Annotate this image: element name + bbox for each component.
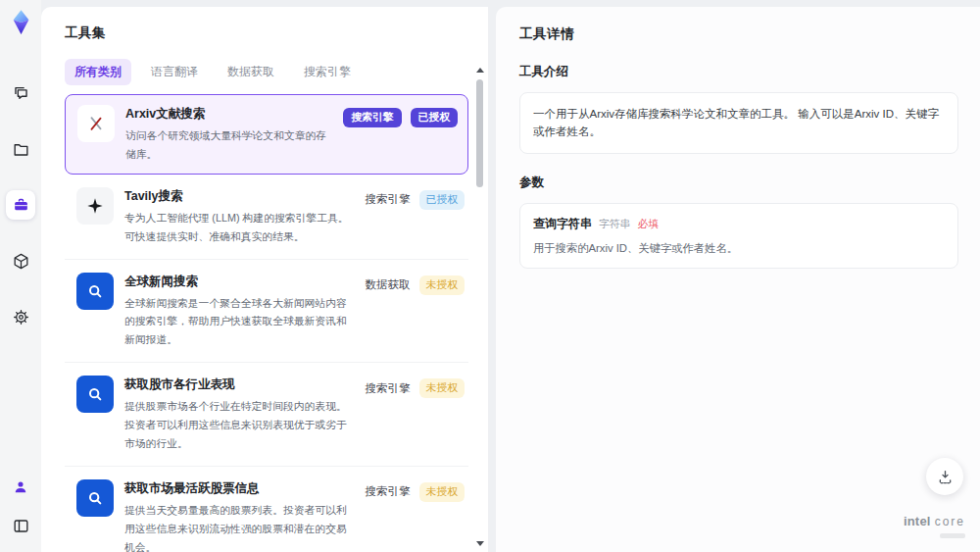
tool-list-panel: 工具集 所有类别 语言翻译 数据获取 搜索引擎 Arxiv文献搜索 访问各个研究… xyxy=(41,7,488,552)
sidebar-item-chat[interactable] xyxy=(6,78,35,108)
parameter-card: 查询字符串 字符串 必填 用于搜索的Arxiv ID、关键字或作者姓名。 xyxy=(519,203,958,269)
brand-subtext-mark xyxy=(940,533,965,538)
tool-name: 获取市场最活跃股票信息 xyxy=(124,480,355,497)
tool-intro-box: 一个用于从Arxiv存储库搜索科学论文和文章的工具。 输入可以是Arxiv ID… xyxy=(519,92,958,154)
sidebar-item-files[interactable] xyxy=(6,134,35,164)
tool-description: 访问各个研究领域大量科学论文和文章的存储库。 xyxy=(125,126,332,164)
tool-name: 全球新闻搜索 xyxy=(124,274,355,290)
folder-icon xyxy=(12,140,30,159)
tool-description: 全球新闻搜索是一个聚合全球各大新闻网站内容的搜索引擎，帮助用户快速获取全球最新资… xyxy=(124,294,355,350)
sidebar-item-packages[interactable] xyxy=(6,246,35,276)
parameter-name: 查询字符串 xyxy=(533,216,592,232)
auth-status-badge: 未授权 xyxy=(419,276,465,295)
tab-all-categories[interactable]: 所有类别 xyxy=(65,59,131,85)
tool-row-tavily[interactable]: Tavily搜索 专为人工智能代理 (LLM) 构建的搜索引擎工具。可快速提供实… xyxy=(65,175,468,260)
parameter-description: 用于搜索的Arxiv ID、关键字或作者姓名。 xyxy=(533,241,945,256)
sidebar-item-account[interactable] xyxy=(6,473,35,502)
user-avatar-icon xyxy=(12,478,29,496)
category-label: 搜索引擎 xyxy=(366,381,411,396)
scrollbar-thumb[interactable] xyxy=(476,79,483,187)
auth-status-badge: 未授权 xyxy=(419,482,465,502)
search-icon xyxy=(76,376,114,413)
sidebar xyxy=(0,0,41,552)
scrollbar-up-arrow-icon[interactable] xyxy=(476,68,484,73)
tool-list: Arxiv文献搜索 访问各个研究领域大量科学论文和文章的存储库。 搜索引擎 已授… xyxy=(65,94,488,552)
tab-search-engine[interactable]: 搜索引擎 xyxy=(294,59,361,85)
tool-details-panel: 工具详情 工具介绍 一个用于从Arxiv存储库搜索科学论文和文章的工具。 输入可… xyxy=(496,7,980,552)
parameter-type: 字符串 xyxy=(599,218,630,231)
brand-core-text: core xyxy=(935,515,965,528)
auth-status-badge: 已授权 xyxy=(411,108,458,127)
category-tabs: 所有类别 语言翻译 数据获取 搜索引擎 xyxy=(65,59,488,85)
tool-description: 提供当天交易量最高的股票列表。投资者可以利用这些信息来识别流动性强的股票和潜在的… xyxy=(124,501,355,552)
tool-description: 专为人工智能代理 (LLM) 构建的搜索引擎工具。可快速提供实时、准确和真实的结… xyxy=(124,209,355,246)
brand-intel-text: intel xyxy=(904,514,931,528)
tool-name: 获取股市各行业表现 xyxy=(124,376,355,393)
tool-row-active-stocks[interactable]: 获取市场最活跃股票信息 提供当天交易量最高的股票列表。投资者可以利用这些信息来识… xyxy=(65,467,468,552)
list-scrollbar[interactable] xyxy=(475,68,484,546)
tool-row-global-news[interactable]: 全球新闻搜索 全球新闻搜索是一个聚合全球各大新闻网站内容的搜索引擎，帮助用户快速… xyxy=(65,260,468,364)
params-section-title: 参数 xyxy=(519,175,958,191)
sidebar-item-settings[interactable] xyxy=(6,302,35,331)
tool-name: Tavily搜索 xyxy=(124,188,355,205)
download-button[interactable] xyxy=(926,458,963,495)
app-logo-gem-icon[interactable] xyxy=(8,9,34,35)
search-icon xyxy=(76,479,114,517)
scrollbar-down-arrow-icon[interactable] xyxy=(476,541,484,546)
chat-icon xyxy=(12,84,30,103)
tool-name: Arxiv文献搜索 xyxy=(125,106,332,123)
tool-row-sector-performance[interactable]: 获取股市各行业表现 提供股票市场各个行业在特定时间段内的表现。投资者可以利用这些… xyxy=(65,363,468,467)
sidebar-bottom xyxy=(6,473,35,540)
sparkle-icon xyxy=(76,187,114,225)
parameter-required-flag: 必填 xyxy=(637,218,659,231)
panel-toggle-icon xyxy=(12,517,30,535)
tool-card-arxiv[interactable]: Arxiv文献搜索 访问各个研究领域大量科学论文和文章的存储库。 搜索引擎 已授… xyxy=(65,94,468,175)
page-title: 工具集 xyxy=(65,25,488,42)
download-icon xyxy=(936,468,955,486)
intel-core-logo: intel core xyxy=(904,514,965,528)
details-title: 工具详情 xyxy=(519,25,958,43)
tab-language-translation[interactable]: 语言翻译 xyxy=(141,59,208,85)
category-label: 搜索引擎 xyxy=(366,484,411,499)
settings-gear-icon xyxy=(12,308,30,326)
sidebar-item-toolbox[interactable] xyxy=(6,190,35,220)
category-badge: 搜索引擎 xyxy=(343,108,401,127)
cube-icon xyxy=(12,252,30,271)
search-icon xyxy=(76,273,114,310)
arxiv-icon xyxy=(77,105,115,142)
sidebar-item-collapse[interactable] xyxy=(6,511,35,540)
toolbox-icon xyxy=(12,196,30,215)
auth-status-badge: 已授权 xyxy=(419,190,465,210)
intro-section-title: 工具介绍 xyxy=(519,64,958,80)
tool-description: 提供股票市场各个行业在特定时间段内的表现。投资者可以利用这些信息来识别表现优于或… xyxy=(124,397,355,453)
auth-status-badge: 未授权 xyxy=(419,378,465,398)
sidebar-nav xyxy=(6,78,35,331)
category-label: 搜索引擎 xyxy=(366,192,411,207)
category-label: 数据获取 xyxy=(366,277,411,292)
tab-data-acquisition[interactable]: 数据获取 xyxy=(218,59,284,85)
